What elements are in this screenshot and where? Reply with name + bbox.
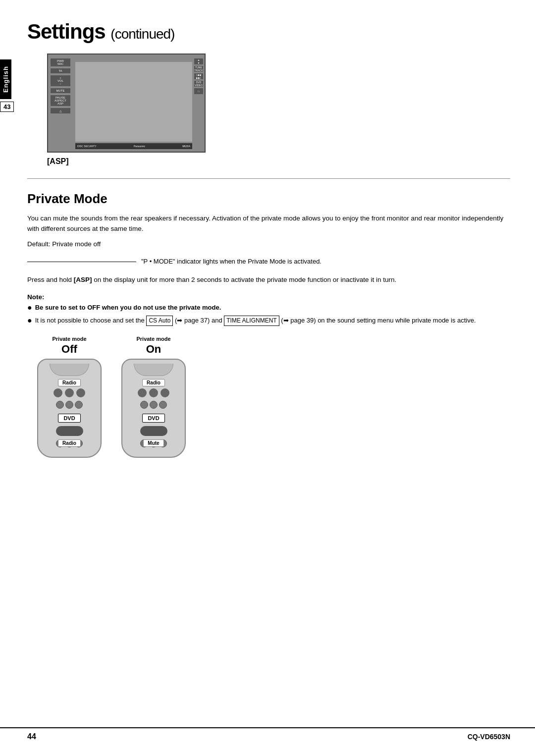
- asp-ref: [ASP]: [74, 276, 92, 283]
- default-text: Default: Private mode off: [27, 239, 510, 250]
- remote-circle-1-on: [140, 401, 148, 409]
- note-bullet-1: ● Be sure to set to OFF when you do not …: [27, 303, 510, 313]
- device-section: PWRSRC TA +VOL− MUTE PAUSEASPECTASP △ ▲▼…: [27, 54, 510, 166]
- remote-btn-2-off: [65, 388, 74, 397]
- remote-top-curve-off: [50, 364, 89, 376]
- right-btn-4: DVDVIDEO: [194, 81, 203, 87]
- remote-btn-row-on: [127, 388, 180, 397]
- side-tab-english: English: [0, 59, 11, 99]
- right-btn-5: □: [194, 88, 203, 94]
- remote-radio-bottom-off: Radio: [58, 439, 81, 447]
- right-btn-1: ▲▼: [194, 58, 203, 64]
- asp-caption: [ASP]: [47, 157, 510, 166]
- asp-button: PAUSEASPECTASP: [51, 95, 70, 106]
- section-divider: [27, 178, 510, 179]
- time-alignment-box: TIME ALIGNMENT: [224, 316, 279, 326]
- private-mode-heading: Private Mode: [27, 191, 510, 207]
- mute-button: MUTE: [51, 88, 70, 93]
- footer-model-number: CQ-VD6503N: [468, 733, 510, 741]
- remote-btn-1-on: [138, 388, 147, 397]
- ta-button: TA: [51, 68, 70, 73]
- arrow-2: (➡: [281, 317, 290, 324]
- device-screen: [75, 62, 192, 142]
- arrow-1: (➡: [175, 317, 184, 324]
- remote-bottom-on: Mute: [143, 439, 163, 447]
- note-bullet-2: ● It is not possible to choose and set t…: [27, 316, 510, 326]
- right-btn-2: TUNETRACK: [194, 66, 203, 72]
- main-content: Settings (continued) PWRSRC TA +VOL− MUT…: [27, 0, 510, 458]
- remote-circle-3-on: [159, 401, 167, 409]
- note-section: Note: ● Be sure to set to OFF when you d…: [27, 293, 510, 326]
- right-btn-3: |◀◀▶▶|: [194, 73, 203, 79]
- remote-dvd-on: DVD: [142, 414, 164, 423]
- pmode-indicator-text: "P • MODE" indicator lights when the Pri…: [141, 257, 510, 267]
- device-bottom-bar: DISC SECURITY Panasonic MEDIA: [75, 143, 192, 149]
- remote-radio-top-off: Radio: [58, 379, 81, 386]
- extra-button: △: [51, 108, 70, 113]
- security-label: DISC SECURITY: [77, 145, 97, 148]
- pmode-line: [27, 262, 136, 262]
- device-right-buttons: ▲▼ TUNETRACK |◀◀▶▶| DVDVIDEO □: [194, 58, 203, 94]
- bullet-2-text: It is not possible to choose and set the…: [35, 316, 510, 326]
- remote-btn-1-off: [54, 388, 62, 397]
- bullet-1-text: Be sure to set to OFF when you do not us…: [35, 303, 510, 313]
- remote-circle-3-off: [75, 401, 83, 409]
- remote-dvd-off: DVD: [58, 414, 80, 423]
- remote-btn-3-off: [76, 388, 85, 397]
- device-image: PWRSRC TA +VOL− MUTE PAUSEASPECTASP △ ▲▼…: [47, 54, 206, 153]
- cs-auto-box: CS Auto: [146, 316, 173, 326]
- panasonic-label: Panasonic: [134, 145, 145, 148]
- page-number-box: 43: [0, 102, 14, 112]
- remote-circles-on: [140, 401, 167, 409]
- remote-large-btn-on: [140, 426, 167, 436]
- bullet-dot-1: ●: [27, 304, 32, 312]
- body-text-2: Press and hold [ASP] on the display unit…: [27, 275, 510, 285]
- remote-top-curve-on: [134, 364, 173, 376]
- footer-page-number: 44: [27, 732, 36, 741]
- remote-btn-row-off: [43, 388, 96, 397]
- footer: 44 CQ-VD6503N: [0, 727, 535, 741]
- diagram-off-top-label: Private mode: [52, 336, 86, 342]
- remote-off: Radio DVD: [37, 359, 102, 458]
- vol-plus-button: +VOL−: [51, 75, 70, 86]
- remote-circle-1-off: [56, 401, 64, 409]
- media-label: MEDIA: [182, 145, 190, 148]
- diagram-on-mode-label: On: [146, 343, 161, 356]
- src-button: PWRSRC: [51, 58, 70, 66]
- remote-large-btn-off: [56, 426, 83, 436]
- remote-on: Radio DVD: [121, 359, 186, 458]
- device-left-buttons: PWRSRC TA +VOL− MUTE PAUSEASPECTASP △: [51, 58, 70, 113]
- bullet-dot-2: ●: [27, 317, 32, 324]
- page-title: Settings (continued): [27, 20, 510, 44]
- remote-radio-top-on: Radio: [142, 379, 165, 386]
- body-text-1: You can mute the sounds from the rear sp…: [27, 214, 510, 234]
- remote-circle-2-off: [65, 401, 73, 409]
- diagram-off: Private mode Off Radio DVD: [37, 336, 102, 458]
- remote-btn-3-on: [160, 388, 169, 397]
- remote-circles-off: [56, 401, 83, 409]
- diagrams-section: Private mode Off Radio DVD: [37, 336, 510, 458]
- diagram-on-top-label: Private mode: [136, 336, 170, 342]
- remote-circle-2-on: [150, 401, 158, 409]
- note-label: Note:: [27, 293, 510, 301]
- diagram-off-mode-label: Off: [61, 343, 77, 356]
- diagram-on: Private mode On Radio DVD: [121, 336, 186, 458]
- pmode-section: "P • MODE" indicator lights when the Pri…: [27, 257, 510, 267]
- remote-btn-2-on: [149, 388, 158, 397]
